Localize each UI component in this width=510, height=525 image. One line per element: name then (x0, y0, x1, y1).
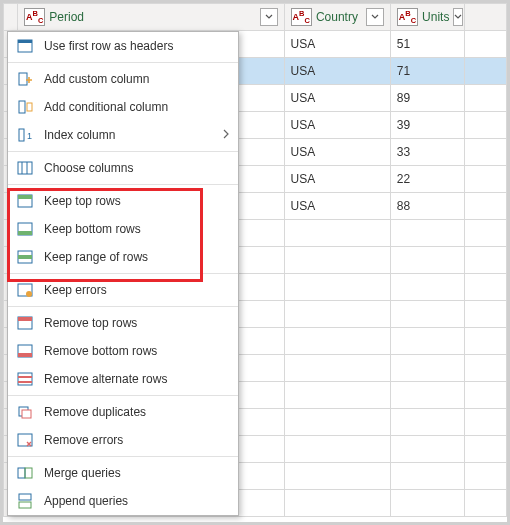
cell[interactable]: USA (284, 193, 390, 220)
menu-add-custom-column[interactable]: Add custom column (8, 65, 238, 93)
cell[interactable] (390, 301, 464, 328)
cell[interactable] (464, 166, 506, 193)
cell[interactable] (464, 112, 506, 139)
cell[interactable]: 39 (390, 112, 464, 139)
conditional-column-icon (16, 98, 34, 116)
cell[interactable] (390, 274, 464, 301)
cell[interactable] (464, 58, 506, 85)
cell[interactable]: 22 (390, 166, 464, 193)
cell[interactable]: USA (284, 139, 390, 166)
remove-top-icon (16, 314, 34, 332)
svg-rect-23 (18, 376, 32, 378)
cell[interactable]: 88 (390, 193, 464, 220)
cell[interactable] (390, 220, 464, 247)
cell[interactable] (390, 409, 464, 436)
menu-remove-top-rows[interactable]: Remove top rows (8, 309, 238, 337)
menu-keep-bottom-rows[interactable]: Keep bottom rows (8, 215, 238, 243)
cell[interactable]: USA (284, 31, 390, 58)
menu-remove-duplicates[interactable]: Remove duplicates (8, 398, 238, 426)
menu-choose-columns[interactable]: Choose columns (8, 154, 238, 182)
cell[interactable] (464, 31, 506, 58)
svg-point-17 (26, 291, 32, 297)
cell[interactable] (284, 274, 390, 301)
svg-rect-21 (18, 353, 32, 357)
cell[interactable] (390, 463, 464, 490)
filter-dropdown[interactable] (260, 8, 278, 26)
cell[interactable] (464, 301, 506, 328)
cell[interactable] (464, 193, 506, 220)
svg-rect-15 (18, 255, 32, 259)
col-header-empty (464, 4, 506, 31)
cell[interactable] (284, 490, 390, 517)
cell[interactable]: USA (284, 166, 390, 193)
cell[interactable] (390, 490, 464, 517)
filter-dropdown[interactable] (366, 8, 384, 26)
cell[interactable] (284, 247, 390, 274)
col-header-period[interactable]: ABC Period (18, 4, 285, 31)
cell[interactable] (464, 490, 506, 517)
cell[interactable]: 51 (390, 31, 464, 58)
menu-merge-queries[interactable]: Merge queries (8, 459, 238, 487)
menu-remove-alternate-rows[interactable]: Remove alternate rows (8, 365, 238, 393)
cell[interactable]: USA (284, 112, 390, 139)
cell[interactable] (390, 382, 464, 409)
menu-separator (8, 151, 238, 152)
menu-keep-top-rows[interactable]: Keep top rows (8, 187, 238, 215)
cell[interactable] (464, 463, 506, 490)
svg-rect-1 (18, 40, 32, 43)
remove-alternate-icon (16, 370, 34, 388)
cell[interactable] (464, 409, 506, 436)
menu-use-first-row[interactable]: Use first row as headers (8, 32, 238, 60)
remove-bottom-icon (16, 342, 34, 360)
menu-add-conditional-column[interactable]: Add conditional column (8, 93, 238, 121)
menu-keep-range-rows[interactable]: Keep range of rows (8, 243, 238, 271)
menu-remove-errors[interactable]: Remove errors (8, 426, 238, 454)
col-header-country[interactable]: ABC Country (284, 4, 390, 31)
cell[interactable] (464, 328, 506, 355)
menu-separator (8, 184, 238, 185)
cell[interactable]: USA (284, 58, 390, 85)
svg-rect-7 (18, 162, 32, 174)
col-label: Units (422, 10, 449, 24)
cell[interactable] (390, 436, 464, 463)
cell[interactable] (464, 247, 506, 274)
cell[interactable]: 89 (390, 85, 464, 112)
menu-append-queries[interactable]: Append queries (8, 487, 238, 515)
cell[interactable] (284, 436, 390, 463)
cell[interactable] (284, 328, 390, 355)
menu-keep-errors[interactable]: Keep errors (8, 276, 238, 304)
type-text-icon: ABC (291, 8, 312, 26)
cell[interactable] (464, 436, 506, 463)
svg-rect-24 (18, 381, 32, 383)
cell[interactable] (390, 247, 464, 274)
cell[interactable]: 71 (390, 58, 464, 85)
app-frame: ABC Period ABC Country ABC Units (0, 0, 510, 525)
remove-duplicates-icon (16, 403, 34, 421)
row-header-gutter (4, 4, 18, 31)
cell[interactable] (464, 274, 506, 301)
cell[interactable] (464, 139, 506, 166)
cell[interactable]: 33 (390, 139, 464, 166)
menu-remove-bottom-rows[interactable]: Remove bottom rows (8, 337, 238, 365)
cell[interactable] (284, 463, 390, 490)
append-icon (16, 492, 34, 510)
col-label: Country (316, 10, 362, 24)
cell[interactable] (464, 220, 506, 247)
cell[interactable] (464, 355, 506, 382)
cell[interactable] (284, 220, 390, 247)
cell[interactable] (284, 355, 390, 382)
cell[interactable] (464, 382, 506, 409)
col-header-units[interactable]: ABC Units (390, 4, 464, 31)
cell[interactable] (390, 355, 464, 382)
table-header-icon (16, 37, 34, 55)
type-text-icon: ABC (397, 8, 418, 26)
cell[interactable] (284, 301, 390, 328)
cell[interactable]: USA (284, 85, 390, 112)
menu-index-column[interactable]: 1Index column (8, 121, 238, 149)
filter-dropdown[interactable] (453, 8, 463, 26)
remove-errors-icon (16, 431, 34, 449)
cell[interactable] (284, 382, 390, 409)
cell[interactable] (464, 85, 506, 112)
cell[interactable] (284, 409, 390, 436)
cell[interactable] (390, 328, 464, 355)
